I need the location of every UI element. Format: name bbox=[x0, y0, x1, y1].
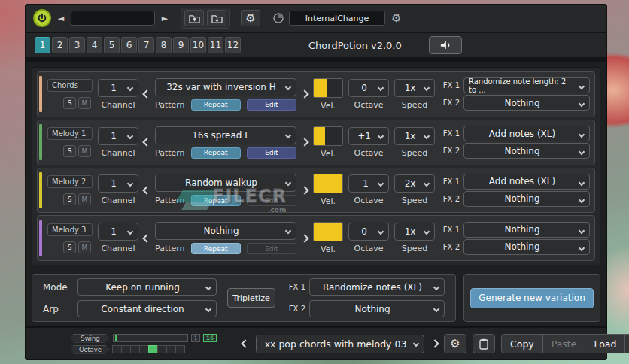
tab-11[interactable]: 11 bbox=[208, 37, 223, 53]
pattern-select[interactable]: 16s spread E bbox=[155, 126, 296, 144]
octave-select[interactable]: -1 bbox=[348, 174, 389, 193]
clipboard-button[interactable] bbox=[473, 334, 495, 353]
speed-label: Speed bbox=[402, 196, 427, 205]
tab-8[interactable]: 8 bbox=[156, 37, 172, 53]
next-arrow-icon[interactable]: ► bbox=[160, 14, 170, 23]
tab-2[interactable]: 2 bbox=[52, 37, 68, 53]
edit-button[interactable]: Edit bbox=[247, 99, 296, 111]
pattern-select[interactable]: 32s var with inversion H bbox=[155, 78, 296, 96]
tab-12[interactable]: 12 bbox=[225, 37, 241, 53]
preset-nav-field[interactable] bbox=[71, 11, 155, 26]
prev-pattern-button[interactable] bbox=[142, 186, 150, 194]
fx1-select[interactable]: Add notes (XL) bbox=[463, 126, 590, 141]
mute-button[interactable]: M bbox=[78, 241, 91, 253]
next-preset-button[interactable] bbox=[430, 339, 439, 347]
tab-1[interactable]: 1 bbox=[35, 37, 50, 53]
internal-change-field[interactable]: InternalChange bbox=[289, 11, 385, 26]
prev-pattern-button[interactable] bbox=[142, 90, 150, 99]
edit-button[interactable]: Edit bbox=[247, 195, 296, 206]
mute-button[interactable]: M bbox=[78, 193, 91, 205]
next-pattern-button[interactable] bbox=[300, 186, 308, 194]
channel-select[interactable]: 1 bbox=[98, 174, 138, 193]
copy-button[interactable]: Copy bbox=[501, 334, 543, 353]
solo-button[interactable]: S bbox=[63, 145, 76, 157]
mode-select[interactable]: Keep on running bbox=[77, 278, 217, 296]
tab-6[interactable]: 6 bbox=[121, 37, 137, 53]
velocity-slider[interactable] bbox=[313, 222, 343, 241]
pattern-select[interactable]: Nothing bbox=[155, 222, 296, 240]
paste-button[interactable]: Paste bbox=[542, 334, 586, 353]
fx2-select[interactable]: Nothing bbox=[463, 239, 590, 255]
speed-select[interactable]: 1x bbox=[394, 79, 435, 97]
channel-select[interactable]: 1 bbox=[98, 223, 138, 241]
fx1-select[interactable]: Nothing bbox=[463, 222, 590, 238]
repeat-button[interactable]: Repeat bbox=[191, 99, 241, 111]
power-button[interactable] bbox=[33, 9, 51, 27]
prev-pattern-button[interactable] bbox=[142, 138, 150, 146]
load-button[interactable]: Load bbox=[585, 334, 625, 353]
fx1-select[interactable]: Randomize note length: 2 to ... bbox=[463, 77, 590, 93]
global-fx1-select[interactable]: Randomize notes (XL) bbox=[309, 278, 445, 296]
global-fx2-select[interactable]: Nothing bbox=[309, 300, 445, 317]
mute-button[interactable]: M bbox=[78, 97, 91, 109]
chevron-down-icon bbox=[579, 244, 585, 250]
tab-9[interactable]: 9 bbox=[173, 37, 189, 53]
octave-shift-selector[interactable] bbox=[113, 345, 185, 353]
solo-button[interactable]: S bbox=[63, 241, 76, 253]
rotate-state-icon[interactable] bbox=[272, 12, 284, 24]
speed-select[interactable]: 2x bbox=[394, 174, 435, 193]
speed-select[interactable]: 1x bbox=[394, 127, 435, 145]
octave-select[interactable]: 0 bbox=[348, 223, 389, 241]
tripletize-button[interactable]: Tripletize bbox=[227, 288, 275, 308]
octave-select[interactable]: 0 bbox=[348, 79, 389, 97]
repeat-button[interactable]: Repeat bbox=[191, 147, 241, 159]
audition-button[interactable] bbox=[429, 36, 462, 54]
edit-button[interactable]: Edit bbox=[247, 147, 296, 159]
prev-arrow-icon[interactable]: ◄ bbox=[56, 14, 66, 23]
preset-select[interactable]: xx pop chords with melody 03 bbox=[256, 335, 424, 353]
tab-5[interactable]: 5 bbox=[104, 37, 120, 53]
export-folder-button[interactable] bbox=[184, 10, 204, 26]
octave-segment[interactable] bbox=[175, 345, 185, 353]
arp-select[interactable]: Constant direction bbox=[77, 300, 217, 317]
tab-3[interactable]: 3 bbox=[69, 37, 85, 53]
change-settings-gear-icon[interactable]: ⚙ bbox=[391, 13, 401, 24]
row-melody-3: Melody 3 S M 1 Channel Nothing Pattern R… bbox=[37, 215, 595, 261]
repeat-button[interactable]: Repeat bbox=[191, 243, 241, 254]
row-chords: Chords S M 1 Channel 32s var with invers… bbox=[37, 71, 595, 117]
tab-7[interactable]: 7 bbox=[138, 37, 154, 53]
preset-settings-button[interactable]: ⚙ bbox=[444, 334, 466, 353]
solo-button[interactable]: S bbox=[63, 97, 76, 109]
generate-panel: Generate new variation bbox=[463, 274, 600, 322]
repeat-button[interactable]: Repeat bbox=[191, 195, 241, 206]
prev-preset-button[interactable] bbox=[241, 339, 249, 347]
tab-4[interactable]: 4 bbox=[87, 37, 102, 53]
import-folder-button[interactable] bbox=[207, 10, 226, 26]
fx1-select[interactable]: Add notes (XL) bbox=[463, 174, 590, 190]
next-pattern-button[interactable] bbox=[300, 234, 308, 242]
next-pattern-button[interactable] bbox=[300, 90, 308, 99]
settings-button[interactable]: ⚙ bbox=[241, 10, 260, 26]
speed-select[interactable]: 1x bbox=[394, 223, 435, 241]
velocity-slider[interactable] bbox=[313, 174, 343, 193]
edit-button[interactable]: Edit bbox=[247, 243, 296, 254]
fx2-select[interactable]: Nothing bbox=[463, 191, 590, 207]
velocity-slider[interactable] bbox=[313, 126, 343, 146]
tab-10[interactable]: 10 bbox=[190, 37, 206, 53]
octave-select[interactable]: +1 bbox=[348, 127, 389, 145]
channel-select[interactable]: 1 bbox=[98, 127, 138, 145]
solo-button[interactable]: S bbox=[63, 193, 76, 205]
prev-pattern-button[interactable] bbox=[142, 234, 150, 242]
generate-new-variation-button[interactable]: Generate new variation bbox=[470, 288, 594, 308]
swing-slider-handle[interactable] bbox=[115, 335, 117, 341]
channel-select[interactable]: 1 bbox=[98, 79, 138, 97]
next-pattern-button[interactable] bbox=[300, 138, 308, 146]
velocity-label: Vel. bbox=[321, 196, 336, 206]
mute-button[interactable]: M bbox=[78, 145, 91, 157]
fx2-select[interactable]: Nothing bbox=[463, 95, 590, 111]
fx2-select[interactable]: Nothing bbox=[463, 143, 590, 159]
pattern-select[interactable]: Random walkup bbox=[155, 174, 296, 192]
velocity-slider[interactable] bbox=[313, 78, 343, 98]
save-button[interactable]: Save bbox=[624, 334, 629, 353]
swing-slider[interactable] bbox=[113, 334, 188, 342]
